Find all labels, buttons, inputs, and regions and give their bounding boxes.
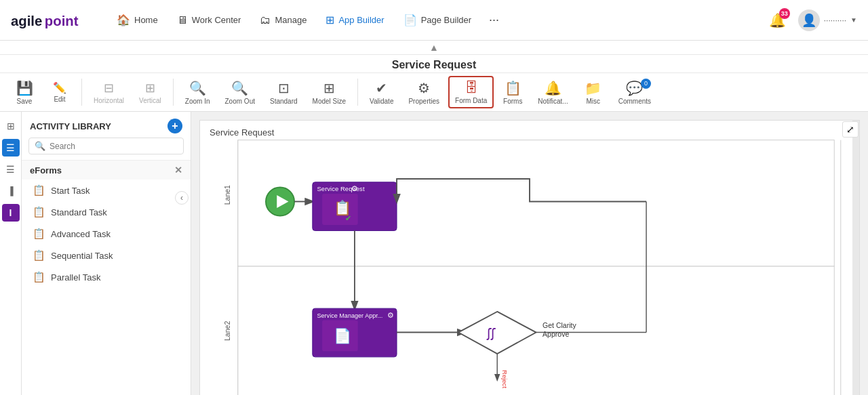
notification-badge: 33	[779, 8, 790, 19]
parallel-task-label: Parallel Task	[51, 272, 100, 283]
svg-text:Reject: Reject	[501, 370, 509, 388]
manage-icon: 🗂	[260, 14, 271, 26]
nav-right: 🔔 33 👤 ·········· ▼	[765, 8, 857, 33]
user-name: ··········	[824, 16, 846, 25]
horizontal-button[interactable]: ⊟ Horizontal	[87, 77, 130, 108]
logo[interactable]: agile point	[11, 9, 92, 31]
nav-work-center[interactable]: 🖥 Work Center	[169, 9, 250, 32]
parallel-task-item[interactable]: 📋 Parallel Task	[22, 266, 191, 288]
svg-text:Get Clarity: Get Clarity	[542, 321, 576, 329]
sequential-task-icon: 📋	[33, 249, 45, 262]
activity-search-container: 🔍	[28, 138, 184, 154]
vertical-icon: ⊞	[145, 81, 155, 96]
nav-manage-label: Manage	[275, 15, 307, 25]
vertical-button[interactable]: ⊞ Vertical	[133, 77, 167, 108]
svg-text:⚙: ⚙	[351, 184, 358, 192]
pagebuilder-icon: 📄	[403, 14, 417, 26]
modelsize-icon: ⊞	[323, 80, 335, 96]
toolbar-separator-3	[357, 79, 358, 106]
misc-icon: 📁	[585, 80, 601, 96]
search-icon: 🔍	[35, 141, 45, 151]
parallel-task-icon: 📋	[33, 271, 45, 283]
svg-text:ʃʃ: ʃʃ	[486, 326, 496, 340]
save-icon: 💾	[16, 80, 33, 96]
advanced-task-item[interactable]: 📋 Advanced Task	[22, 223, 191, 245]
monitor-icon: 🖥	[177, 14, 188, 26]
canvas-container[interactable]: Service Request Lane1 Lane2	[199, 120, 860, 395]
model-size-button[interactable]: ⊞ Model Size	[307, 77, 352, 108]
start-task-icon: 📋	[33, 184, 45, 196]
toolbar: 💾 Save ✏️ Edit ⊟ Horizontal ⊞ Vertical 🔍…	[0, 73, 868, 112]
toolbar-separator-2	[173, 79, 174, 106]
standard-button[interactable]: ⊡ Standard	[264, 77, 304, 108]
top-nav: agile point 🏠 Home 🖥 Work Center 🗂 Manag…	[0, 0, 868, 41]
notification-button[interactable]: 🔔 33	[765, 8, 790, 33]
collapse-nav-button[interactable]: ▲	[0, 41, 868, 55]
forms-button[interactable]: 📋 Forms	[496, 77, 529, 108]
zoom-out-icon: 🔍	[231, 80, 248, 96]
standard-task-label: Standard Task	[51, 207, 107, 217]
properties-icon: ⚙	[418, 80, 430, 96]
activity-add-button[interactable]: +	[167, 119, 182, 133]
start-task-label: Start Task	[51, 186, 90, 196]
advanced-task-icon: 📋	[33, 228, 45, 240]
home-icon: 🏠	[117, 14, 130, 26]
nav-app-builder[interactable]: ⊞ App Builder	[317, 8, 392, 32]
nav-work-center-label: Work Center	[192, 15, 241, 25]
notifications-button[interactable]: 🔔 Notificat...	[532, 77, 574, 108]
advanced-task-label: Advanced Task	[51, 229, 111, 239]
toolbar-separator-1	[81, 79, 82, 106]
start-task-item[interactable]: 📋 Start Task	[22, 180, 191, 201]
sequential-task-label: Sequential Task	[51, 251, 113, 261]
forms-icon: 📋	[505, 80, 521, 96]
search-input[interactable]	[50, 142, 178, 151]
svg-text:agile: agile	[11, 14, 42, 28]
avatar-image: 👤	[798, 9, 820, 31]
misc-button[interactable]: 📁 Misc	[577, 77, 610, 108]
zoom-out-button[interactable]: 🔍 Zoom Out	[219, 77, 261, 108]
standard-task-icon: 📋	[33, 206, 45, 218]
svg-text:Lane1: Lane1	[223, 185, 231, 205]
sidebar-menu-icon[interactable]: ☰	[2, 161, 20, 178]
nav-page-builder[interactable]: 📄 Page Builder	[395, 8, 479, 32]
edit-button[interactable]: ✏️ Edit	[43, 78, 76, 106]
nav-home[interactable]: 🏠 Home	[108, 8, 166, 32]
activity-section-label: eForms	[30, 165, 62, 175]
activity-panel: ACTIVITY LIBRARY + 🔍 eForms ✕ 📋 Start Ta…	[22, 112, 191, 395]
appbuilder-icon: ⊞	[326, 14, 334, 26]
expand-canvas-button[interactable]: ⤢	[842, 121, 859, 138]
form-data-button[interactable]: 🗄 Form Data	[448, 76, 494, 108]
svg-text:Service Manager Appr...: Service Manager Appr...	[317, 312, 382, 319]
notifications-icon: 🔔	[545, 80, 561, 96]
validate-button[interactable]: ✔ Validate	[363, 77, 399, 108]
comments-badge: 0	[641, 79, 651, 89]
canvas-wrapper: Service Request Lane1 Lane2	[191, 112, 868, 395]
main-layout: ⊞ ☰ ☰ ▐ I ACTIVITY LIBRARY + 🔍 eForms ✕ …	[0, 112, 868, 395]
nav-items: 🏠 Home 🖥 Work Center 🗂 Manage ⊞ App Buil…	[108, 7, 762, 33]
comments-button[interactable]: 💬 0 Comments	[612, 77, 657, 108]
activity-section-close[interactable]: ✕	[174, 165, 182, 175]
zoom-in-button[interactable]: 🔍 Zoom In	[179, 77, 216, 108]
activity-section-eforms: eForms ✕	[22, 160, 191, 180]
chevron-down-icon: ▼	[850, 16, 857, 24]
properties-button[interactable]: ⚙ Properties	[402, 77, 446, 108]
sequential-task-item[interactable]: 📋 Sequential Task	[22, 245, 191, 266]
sidebar-info-icon[interactable]: I	[2, 204, 20, 222]
canvas-title: Service Request	[210, 127, 274, 138]
standard-icon: ⊡	[278, 80, 290, 96]
vertical-scrollbar[interactable]	[852, 121, 859, 395]
nav-manage[interactable]: 🗂 Manage	[252, 9, 315, 32]
standard-task-item[interactable]: 📋 Standard Task	[22, 201, 191, 223]
edit-icon: ✏️	[53, 81, 66, 94]
nav-more-button[interactable]: ···	[482, 7, 506, 33]
svg-text:Approve: Approve	[542, 330, 569, 338]
panel-collapse-button[interactable]: ‹	[175, 191, 189, 205]
sidebar-grid-icon[interactable]: ⊞	[2, 117, 20, 135]
nav-home-label: Home	[134, 15, 158, 25]
activity-library-header: ACTIVITY LIBRARY +	[22, 112, 191, 138]
save-button[interactable]: 💾 Save	[8, 77, 41, 108]
sidebar-list-icon[interactable]: ☰	[2, 139, 20, 157]
sidebar-panel-icon[interactable]: ▐	[2, 182, 20, 200]
user-avatar[interactable]: 👤 ·········· ▼	[798, 9, 857, 31]
zoom-in-icon: 🔍	[189, 80, 206, 96]
